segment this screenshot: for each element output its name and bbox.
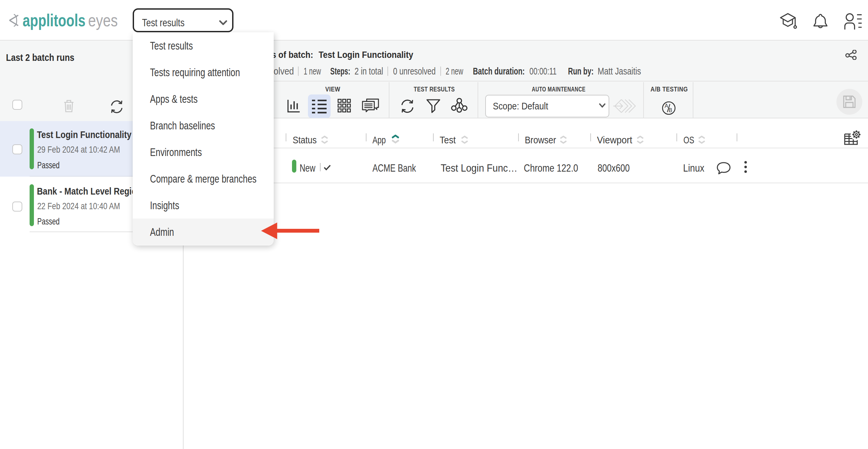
svg-text:B: B (669, 108, 672, 113)
svg-text:A: A (664, 103, 668, 109)
